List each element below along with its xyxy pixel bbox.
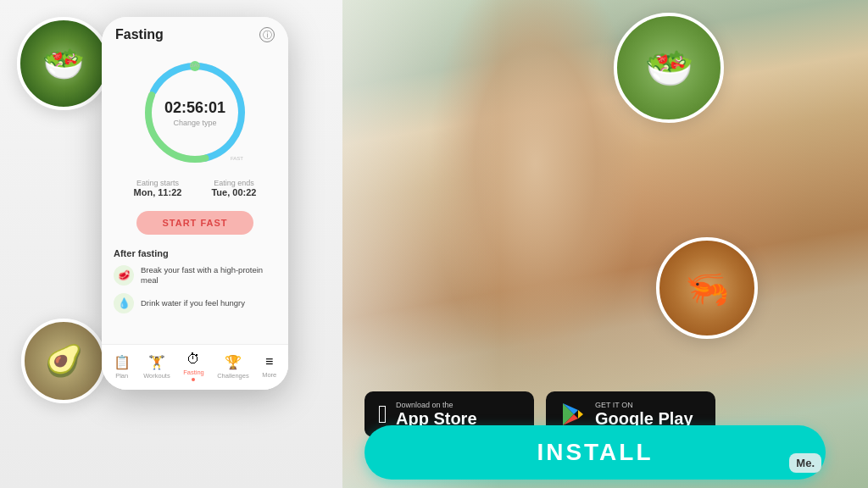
eating-info: Eating starts Mon, 11:22 Eating ends Tue… <box>102 172 288 204</box>
eating-ends-label: Eating ends <box>211 179 256 187</box>
timer-circle: 02:56:01 Change type DAY FAST <box>140 58 250 168</box>
food-circle-shrimp <box>656 237 758 339</box>
fasting-icon: ⏱ <box>186 352 200 367</box>
eating-starts-label: Eating starts <box>134 179 182 187</box>
food-circle-avocado <box>21 319 106 403</box>
tip-icon-1: 🥩 <box>114 265 134 286</box>
nav-workouts[interactable]: 🏋 Workouts <box>143 354 170 380</box>
tip-text-1: Break your fast with a high-protein meal <box>141 265 276 286</box>
food-circle-pasta <box>17 17 110 110</box>
nav-plan[interactable]: 📋 Plan <box>114 354 131 380</box>
me-badge: Me. <box>789 453 821 473</box>
nav-challenges[interactable]: 🏆 Challenges <box>217 354 249 380</box>
tip-icon-2: 💧 <box>114 293 134 313</box>
nav-fasting[interactable]: ⏱ Fasting <box>183 352 204 381</box>
tip-item-2: 💧 Drink water if you feel hungry <box>114 293 276 313</box>
eating-ends-value: Tue, 00:22 <box>211 187 256 197</box>
apple-icon:  <box>378 400 387 429</box>
app-store-sub: Download on the <box>396 401 477 410</box>
more-label: More <box>262 371 276 379</box>
fasting-label: Fasting <box>183 369 204 376</box>
more-icon: ≡ <box>265 354 273 369</box>
tip-text-2: Drink water if you feel hungry <box>141 298 245 308</box>
google-play-icon <box>559 401 587 428</box>
after-fasting-section: After fasting 🥩 Break your fast with a h… <box>102 241 288 344</box>
google-play-sub: GET IT ON <box>595 401 693 410</box>
plan-icon: 📋 <box>114 354 131 370</box>
scene: Fasting ⓘ 02:56:01 <box>0 0 868 488</box>
day-label: DAY <box>190 63 200 68</box>
plan-label: Plan <box>115 372 128 380</box>
phone-mockup: Fasting ⓘ 02:56:01 <box>102 17 288 390</box>
food-circle-salad <box>614 13 724 123</box>
after-fasting-title: After fasting <box>114 248 276 258</box>
start-fast-button[interactable]: START FAST <box>136 211 253 235</box>
challenges-label: Challenges <box>217 372 249 380</box>
workouts-icon: 🏋 <box>148 354 165 370</box>
nav-more[interactable]: ≡ More <box>262 354 276 379</box>
phone-bottom-nav: 📋 Plan 🏋 Workouts ⏱ Fasting 🏆 Challenges <box>102 344 288 390</box>
install-button[interactable]: INSTALL <box>364 425 826 480</box>
change-type-label: Change type <box>164 119 225 127</box>
info-icon[interactable]: ⓘ <box>259 27 275 42</box>
challenges-icon: 🏆 <box>225 354 242 370</box>
eating-starts-value: Mon, 11:22 <box>134 187 182 197</box>
timer-display: 02:56:01 <box>164 99 225 117</box>
tip-item-1: 🥩 Break your fast with a high-protein me… <box>114 265 276 286</box>
fasting-active-indicator <box>192 378 195 381</box>
phone-app-title: Fasting <box>115 27 164 42</box>
workouts-label: Workouts <box>143 372 170 380</box>
install-button-wrapper: INSTALL <box>364 425 826 480</box>
fast-label: FAST <box>231 156 243 161</box>
